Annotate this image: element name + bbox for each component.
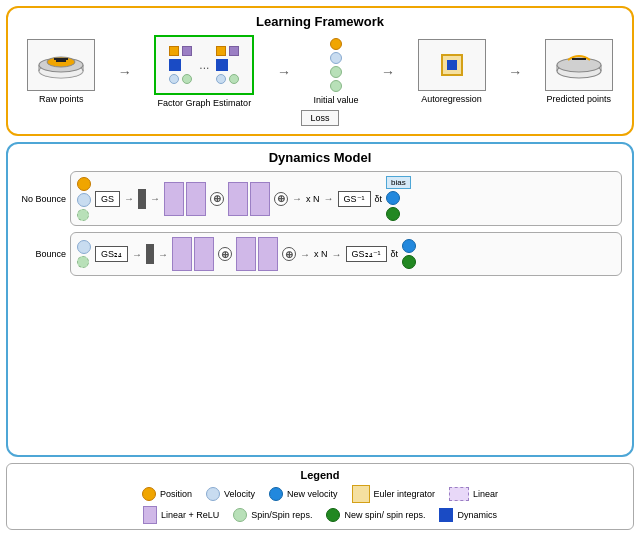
fge-row-2 [169,59,192,71]
b-xn: x N [314,249,328,259]
nb-purple2b [250,182,270,216]
fge-row-r3 [216,74,239,84]
nb-vel-circle [77,193,91,207]
legend-spin-label: Spin/Spin reps. [251,510,312,520]
nb-purple1b [186,182,206,216]
b-rect1 [146,244,154,264]
nb-pos-circle [77,177,91,191]
ellipsis: ... [199,58,209,72]
euler-integrator-autoreg [441,54,463,76]
pred-svg [552,47,606,83]
blue-sq-r [216,59,228,71]
legend-linear-icon [449,487,469,501]
b-gs24-inv-label: GS₂₄⁻¹ [352,249,381,259]
legend-linear-label: Linear [473,489,498,499]
dynamics-sq-autoreg [447,60,457,70]
legend-item-linear: Linear [449,487,498,501]
initial-value-block: Initial value [313,38,358,105]
b-purple-nn2 [236,237,278,271]
b-purple1a [172,237,192,271]
autoregression-label: Autoregression [421,94,482,104]
nb-gs-inv-box: GS⁻¹ [338,191,371,207]
no-bounce-label: No Bounce [18,194,66,204]
legend-linear-relu-label: Linear + ReLU [161,510,219,520]
legend-euler-icon [352,485,370,503]
lf-content: Raw points → [18,35,622,108]
dm-content: No Bounce GS → → [18,171,622,276]
purple-sq-node [182,46,192,56]
nb-purple1a [164,182,184,216]
legend-dynamics-icon [439,508,453,522]
b-new-spin [402,255,416,269]
legend-item-spin: Spin/Spin reps. [233,508,312,522]
legend-new-spin-icon [326,508,340,522]
nb-purple2a [228,182,248,216]
purple-sq-r [229,46,239,56]
legend-new-spin-label: New spin/ spin reps. [344,510,425,520]
lf-title: Learning Framework [18,14,622,29]
iv-green-circle2 [330,80,342,92]
nb-output: bias [386,176,411,221]
fge-block: ... [154,35,254,108]
predicted-label: Predicted points [546,94,611,104]
fge-box: ... [154,35,254,95]
iv-green-circle [330,66,342,78]
nb-spin-dashed [77,209,89,221]
arrow-1: → [118,64,132,80]
loss-box: Loss [301,110,338,126]
dynamics-model-section: Dynamics Model No Bounce GS → [6,142,634,457]
nb-plus2: ⊕ [274,192,288,206]
dm-title: Dynamics Model [18,150,622,165]
arrow-3: → [381,64,395,80]
nb-input-circles [77,177,91,221]
orange-sq-r [216,46,226,56]
no-bounce-row: No Bounce GS → → [18,171,622,226]
legend-item-euler: Euler integrator [352,485,436,503]
legend-position-icon [142,487,156,501]
b-purple-nn1 [172,237,214,271]
b-delta-t: δt [391,249,399,259]
arrow-2: → [277,64,291,80]
fge-row-1 [169,46,192,56]
legend-velocity-label: Velocity [224,489,255,499]
legend-euler-label: Euler integrator [374,489,436,499]
b-gs24-box: GS₂₄ [95,246,128,262]
nb-xn: x N [306,194,320,204]
legend-item-new-velocity: New velocity [269,487,338,501]
nb-purple-nn1 [164,182,206,216]
autoreg-box [418,39,486,91]
initial-value-label: Initial value [313,95,358,105]
orange-sq-node [169,46,179,56]
raw-points-label: Raw points [39,94,84,104]
pred-box [545,39,613,91]
legend-new-velocity-icon [269,487,283,501]
nb-new-spin [386,207,400,221]
fge-nodes-2 [216,46,239,84]
nb-arrow4: → [324,193,334,204]
blue-circle-fge [169,74,179,84]
b-vel-circle [77,240,91,254]
legend-section: Legend Position Velocity New velocity [6,463,634,530]
fge-row-3 [169,74,192,84]
arrow-4: → [508,64,522,80]
nb-rect1 [138,189,146,209]
legend-linear-relu-icon [143,506,157,524]
nb-new-vel [386,191,400,205]
nb-gs-box: GS [95,191,120,207]
legend-new-velocity-label: New velocity [287,489,338,499]
fge-label: Factor Graph Estimator [158,98,252,108]
legend-row-1: Position Velocity New velocity E [17,485,623,503]
legend-position-label: Position [160,489,192,499]
blue-circ-r [216,74,226,84]
legend-title: Legend [17,469,623,481]
legend-item-linear-relu: Linear + ReLU [143,506,219,524]
legend-velocity-icon [206,487,220,501]
autoregression-block: Autoregression [418,39,486,104]
nb-purple-nn2 [228,182,270,216]
b-arrow3: → [300,249,310,260]
nb-arrow1: → [124,193,134,204]
b-purple2a [236,237,256,271]
b-arrow4: → [332,249,342,260]
b-gs24-inv-box: GS₂₄⁻¹ [346,246,387,262]
nb-arrow3: → [292,193,302,204]
